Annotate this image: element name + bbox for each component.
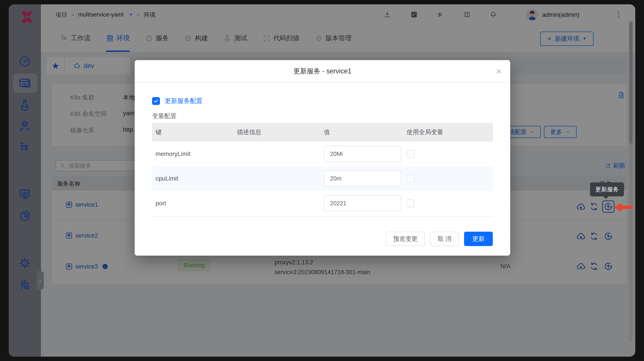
variables-section-title: 变量配置 (152, 112, 176, 120)
divider (152, 216, 493, 217)
dialog-footer: 预览变更 取 消 更新 (386, 232, 493, 246)
update-service-dialog: 更新服务 - service1 更新服务配置 变量配置 键 描述信息 值 使用全… (135, 60, 510, 256)
preview-changes-button[interactable]: 预览变更 (386, 232, 425, 246)
variable-value-input[interactable] (324, 195, 401, 211)
annotation-arrow (614, 203, 633, 212)
use-global-checkbox[interactable] (407, 150, 414, 158)
col-value: 值 (324, 128, 407, 136)
use-global-checkbox[interactable] (407, 175, 414, 182)
variables-table: 键 描述信息 值 使用全局变量 memoryLimit cpuLimit (152, 123, 493, 216)
app-window: › 项目 > multiservice-yaml ▼ > 环境 admin(ad… (9, 4, 635, 357)
cancel-button[interactable]: 取 消 (430, 232, 459, 246)
col-key: 键 (152, 128, 237, 136)
update-config-checkbox[interactable] (152, 97, 160, 105)
variable-value-input[interactable] (324, 170, 401, 187)
variable-key: memoryLimit (152, 150, 237, 157)
screenshot-frame: › 项目 > multiservice-yaml ▼ > 环境 admin(ad… (0, 0, 644, 361)
update-config-row: 更新服务配置 (152, 97, 202, 105)
dialog-title: 更新服务 - service1 (294, 67, 352, 76)
variable-row-port: port (152, 191, 493, 216)
variable-value-input[interactable] (324, 146, 401, 162)
update-button[interactable]: 更新 (464, 232, 493, 246)
variable-row-cpuLimit: cpuLimit (152, 166, 493, 191)
use-global-checkbox[interactable] (407, 199, 414, 207)
dialog-header: 更新服务 - service1 (135, 60, 510, 83)
close-icon (496, 68, 502, 75)
col-use-global: 使用全局变量 (407, 128, 493, 136)
dialog-close-button[interactable] (494, 67, 504, 76)
variable-key: port (152, 200, 237, 207)
variable-key: cpuLimit (152, 175, 237, 182)
update-config-label[interactable]: 更新服务配置 (165, 97, 202, 105)
variable-row-memoryLimit: memoryLimit (152, 142, 493, 166)
variables-table-header: 键 描述信息 值 使用全局变量 (152, 123, 493, 142)
check-icon (154, 98, 158, 104)
col-description: 描述信息 (237, 128, 324, 136)
update-service-tooltip: 更新服务 (590, 182, 624, 196)
